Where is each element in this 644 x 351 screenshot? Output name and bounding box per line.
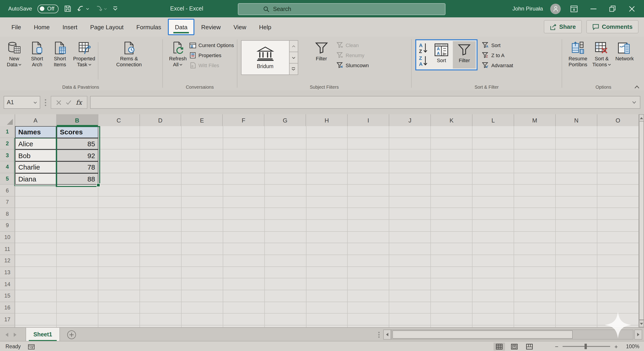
cell-D1[interactable] xyxy=(140,126,182,138)
cell-H12[interactable] xyxy=(306,255,348,267)
column-header-N[interactable]: N xyxy=(556,114,597,126)
cell-G7[interactable] xyxy=(264,197,306,208)
cell-N2[interactable] xyxy=(556,138,597,149)
gallery-more-button[interactable] xyxy=(289,63,298,74)
cell-E10[interactable] xyxy=(181,232,223,243)
rems-connection-button[interactable]: Rems & Connection xyxy=(109,39,149,68)
cell-H5[interactable] xyxy=(306,173,348,185)
cell-F5[interactable] xyxy=(223,173,264,185)
cell-M9[interactable] xyxy=(514,220,556,232)
zoom-in-button[interactable]: + xyxy=(614,343,618,350)
cell-C10[interactable] xyxy=(98,232,140,243)
cell-D11[interactable] xyxy=(140,243,182,255)
cell-G6[interactable] xyxy=(264,185,306,196)
new-data-button[interactable]: New Data xyxy=(3,39,26,68)
cell-N9[interactable] xyxy=(556,220,597,232)
row-header-3[interactable]: 3 xyxy=(0,150,15,161)
zoom-level[interactable]: 100% xyxy=(622,344,640,349)
cell-O14[interactable] xyxy=(597,279,639,290)
cell-J4[interactable] xyxy=(390,161,431,173)
cell-J2[interactable] xyxy=(390,138,431,149)
cell-O10[interactable] xyxy=(597,232,639,243)
cell-J18[interactable] xyxy=(390,326,431,327)
cell-L6[interactable] xyxy=(473,185,514,196)
cell-D15[interactable] xyxy=(140,290,182,302)
cell-A3[interactable]: Bob xyxy=(15,150,57,161)
tab-help[interactable]: Help xyxy=(253,20,278,34)
cell-J16[interactable] xyxy=(390,302,431,314)
cell-H9[interactable] xyxy=(306,220,348,232)
cell-J6[interactable] xyxy=(390,185,431,196)
cell-N10[interactable] xyxy=(556,232,597,243)
cell-I16[interactable] xyxy=(348,302,390,314)
cell-K17[interactable] xyxy=(431,314,473,326)
minimize-button[interactable] xyxy=(587,0,599,17)
cell-N7[interactable] xyxy=(556,197,597,208)
cell-F15[interactable] xyxy=(223,290,264,302)
cell-I17[interactable] xyxy=(348,314,390,326)
column-header-L[interactable]: L xyxy=(472,114,514,126)
cell-N12[interactable] xyxy=(556,255,597,267)
cell-J10[interactable] xyxy=(390,232,431,243)
cell-C17[interactable] xyxy=(98,314,140,326)
cell-L3[interactable] xyxy=(473,150,514,161)
cell-G5[interactable] xyxy=(264,173,306,185)
cell-K4[interactable] xyxy=(431,161,473,173)
cell-M18[interactable] xyxy=(514,326,556,327)
cell-F13[interactable] xyxy=(223,267,264,278)
cell-J9[interactable] xyxy=(390,220,431,232)
new-sheet-button[interactable] xyxy=(67,330,76,339)
cell-L17[interactable] xyxy=(473,314,514,326)
cell-I5[interactable] xyxy=(348,173,390,185)
restore-button[interactable] xyxy=(606,0,618,17)
cell-A9[interactable] xyxy=(15,220,57,232)
page-break-preview-button[interactable] xyxy=(524,343,535,350)
cell-A17[interactable] xyxy=(15,314,57,326)
cell-N1[interactable] xyxy=(556,126,597,138)
cell-A8[interactable] xyxy=(15,208,57,220)
row-header-2[interactable]: 2 xyxy=(0,138,15,149)
cell-E9[interactable] xyxy=(181,220,223,232)
cell-B17[interactable] xyxy=(57,314,98,326)
cell-H14[interactable] xyxy=(306,279,348,290)
row-header-18[interactable]: 18 xyxy=(0,326,15,327)
cell-K10[interactable] xyxy=(431,232,473,243)
cell-F9[interactable] xyxy=(223,220,264,232)
cell-L13[interactable] xyxy=(473,267,514,278)
cell-L11[interactable] xyxy=(473,243,514,255)
cell-H4[interactable] xyxy=(306,161,348,173)
row-header-17[interactable]: 17 xyxy=(0,314,15,326)
cell-J8[interactable] xyxy=(390,208,431,220)
cell-E1[interactable] xyxy=(181,126,223,138)
zoom-out-button[interactable]: − xyxy=(554,343,559,350)
advarraat-button[interactable]: Advarraat xyxy=(482,61,513,69)
cell-N11[interactable] xyxy=(556,243,597,255)
column-header-D[interactable]: D xyxy=(140,114,181,126)
cell-M15[interactable] xyxy=(514,290,556,302)
tab-insert[interactable]: Insert xyxy=(56,20,83,34)
cell-A11[interactable] xyxy=(15,243,57,255)
cell-O4[interactable] xyxy=(597,161,639,173)
cell-F3[interactable] xyxy=(223,150,264,161)
cell-I1[interactable] xyxy=(348,126,390,138)
cell-M17[interactable] xyxy=(514,314,556,326)
cell-N14[interactable] xyxy=(556,279,597,290)
cell-G4[interactable] xyxy=(264,161,306,173)
tab-file[interactable]: File xyxy=(6,20,27,34)
cell-I3[interactable] xyxy=(348,150,390,161)
cell-E18[interactable] xyxy=(181,326,223,327)
cell-O17[interactable] xyxy=(597,314,639,326)
cell-M12[interactable] xyxy=(514,255,556,267)
cell-H6[interactable] xyxy=(306,185,348,196)
cell-B13[interactable] xyxy=(57,267,98,278)
cancel-icon[interactable] xyxy=(56,100,61,105)
cell-L1[interactable] xyxy=(473,126,514,138)
tab-home[interactable]: Home xyxy=(28,20,56,34)
cell-H18[interactable] xyxy=(306,326,348,327)
cell-J11[interactable] xyxy=(390,243,431,255)
row-header-7[interactable]: 7 xyxy=(0,197,15,208)
cell-C9[interactable] xyxy=(98,220,140,232)
cell-G1[interactable] xyxy=(264,126,306,138)
cell-N8[interactable] xyxy=(556,208,597,220)
cell-O5[interactable] xyxy=(597,173,639,185)
